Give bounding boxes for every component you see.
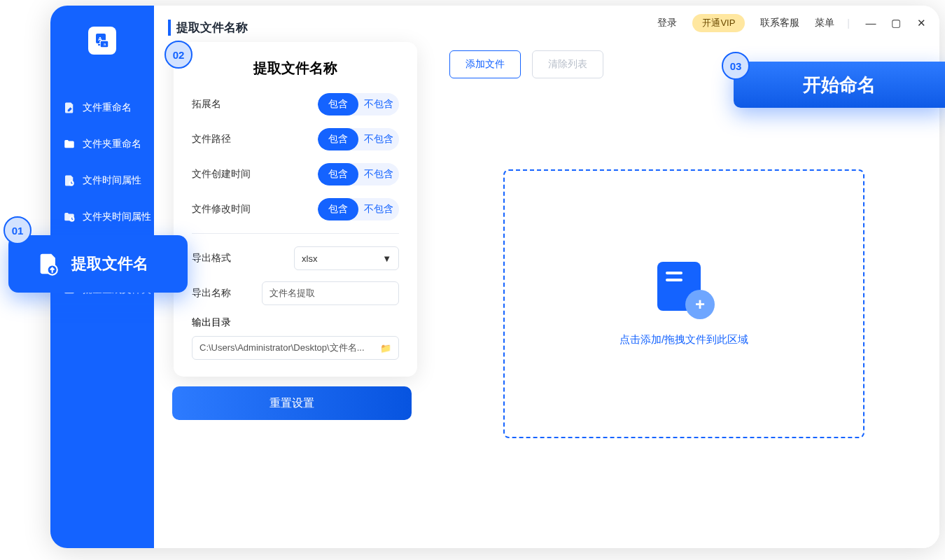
- app-logo: Aa: [88, 27, 116, 55]
- plus-icon: +: [685, 290, 715, 319]
- chevron-down-icon: ▼: [382, 253, 391, 264]
- separator: |: [847, 18, 850, 29]
- option-label: 文件创建时间: [192, 168, 251, 181]
- topbar: 登录 开通VIP 联系客服 菜单 | — ▢ ✕: [428, 6, 939, 41]
- step-badge-02: 02: [164, 41, 192, 69]
- file-clock-icon: [63, 174, 76, 187]
- login-link[interactable]: 登录: [657, 17, 677, 29]
- folder-clock-icon: [63, 211, 76, 223]
- toggle-exclude[interactable]: 不包含: [358, 128, 399, 150]
- file-upload-icon: [36, 252, 60, 276]
- window-controls: — ▢ ✕: [865, 17, 927, 29]
- option-label: 文件修改时间: [192, 203, 251, 216]
- sidebar-item-folder-rename[interactable]: 文件夹重命名: [50, 126, 154, 162]
- field-label: 导出名称: [192, 287, 231, 300]
- start-button[interactable]: 开始命名: [734, 62, 945, 108]
- folder-icon[interactable]: 📁: [380, 343, 391, 354]
- sidebar-item-file-time[interactable]: 文件时间属性: [50, 162, 154, 199]
- output-dir-row: C:\Users\Administrator\Desktop\文件名... 📁: [192, 336, 399, 360]
- step-badge-03: 03: [722, 52, 750, 80]
- dropzone-text: 点击添加/拖拽文件到此区域: [620, 333, 748, 346]
- export-format-select[interactable]: xlsx ▼: [294, 246, 399, 270]
- toggle-include[interactable]: 包含: [318, 198, 358, 220]
- toggle-filepath[interactable]: 包含 不包含: [318, 128, 399, 150]
- close-icon[interactable]: ✕: [916, 17, 927, 29]
- page-title: 提取文件名称: [168, 20, 428, 36]
- sidebar-item-label: 文件重命名: [83, 102, 132, 114]
- add-file-button[interactable]: 添加文件: [449, 50, 521, 78]
- reset-button[interactable]: 重置设置: [172, 386, 412, 420]
- menu-link[interactable]: 菜单: [815, 17, 834, 29]
- export-name-input[interactable]: 文件名提取: [262, 281, 399, 305]
- output-dir-label: 输出目录: [192, 316, 399, 329]
- option-modified-time: 文件修改时间 包含 不包含: [192, 198, 399, 220]
- toggle-include[interactable]: 包含: [318, 93, 358, 115]
- sidebar-item-folder-time[interactable]: 文件夹时间属性: [50, 199, 154, 235]
- maximize-icon[interactable]: ▢: [890, 17, 902, 29]
- minimize-icon[interactable]: —: [865, 17, 876, 29]
- sidebar-item-label: 文件夹重命名: [83, 138, 141, 150]
- file-edit-icon: [63, 102, 76, 114]
- export-name-row: 导出名称 文件名提取: [192, 281, 399, 305]
- field-label: 导出格式: [192, 252, 231, 265]
- toggle-include[interactable]: 包含: [318, 163, 358, 186]
- toggle-exclude[interactable]: 不包含: [358, 93, 399, 115]
- clear-list-button[interactable]: 清除列表: [532, 50, 603, 78]
- divider: [192, 233, 399, 234]
- input-value: C:\Users\Administrator\Desktop\文件名...: [200, 342, 365, 354]
- sidebar-item-file-rename[interactable]: 文件重命名: [50, 90, 154, 126]
- sidebar-item-label: 文件时间属性: [83, 174, 141, 187]
- input-value: 文件名提取: [270, 287, 315, 300]
- toggle-created[interactable]: 包含 不包含: [318, 163, 399, 186]
- dropzone[interactable]: + 点击添加/拖拽文件到此区域: [503, 169, 864, 438]
- output-dir-input[interactable]: C:\Users\Administrator\Desktop\文件名... 📁: [192, 336, 399, 360]
- option-created-time: 文件创建时间 包含 不包含: [192, 163, 399, 186]
- option-label: 拓展名: [192, 98, 221, 111]
- extract-settings-card: 提取文件名称 拓展名 包含 不包含 文件路径 包含 不包含 文件创建时间 包含: [174, 42, 417, 377]
- dropzone-icon: +: [657, 262, 710, 315]
- option-filepath: 文件路径 包含 不包含: [192, 128, 399, 150]
- export-format-row: 导出格式 xlsx ▼: [192, 246, 399, 270]
- select-value: xlsx: [302, 253, 317, 264]
- settings-column: 提取文件名称 提取文件名称 拓展名 包含 不包含 文件路径 包含 不包含 文件创…: [154, 6, 428, 548]
- option-extension: 拓展名 包含 不包含: [192, 93, 399, 115]
- toggle-exclude[interactable]: 不包含: [358, 163, 399, 186]
- toggle-exclude[interactable]: 不包含: [358, 198, 399, 220]
- card-title: 提取文件名称: [192, 59, 399, 78]
- folder-edit-icon: [63, 138, 76, 150]
- vip-button[interactable]: 开通VIP: [692, 14, 745, 32]
- toggle-modified[interactable]: 包含 不包含: [318, 198, 399, 220]
- contact-link[interactable]: 联系客服: [760, 17, 799, 29]
- option-label: 文件路径: [192, 133, 231, 146]
- highlight-sidebar-extract: 提取文件名: [8, 235, 188, 293]
- logo-icon: Aa: [94, 32, 111, 49]
- highlight-label: 提取文件名: [71, 253, 148, 274]
- toggle-include[interactable]: 包含: [318, 128, 358, 150]
- step-badge-01: 01: [4, 216, 31, 244]
- sidebar-item-label: 文件夹时间属性: [83, 211, 151, 223]
- toggle-extension[interactable]: 包含 不包含: [318, 93, 399, 115]
- file-area: 添加文件 清除列表 + 点击添加/拖拽文件到此区域: [428, 41, 939, 548]
